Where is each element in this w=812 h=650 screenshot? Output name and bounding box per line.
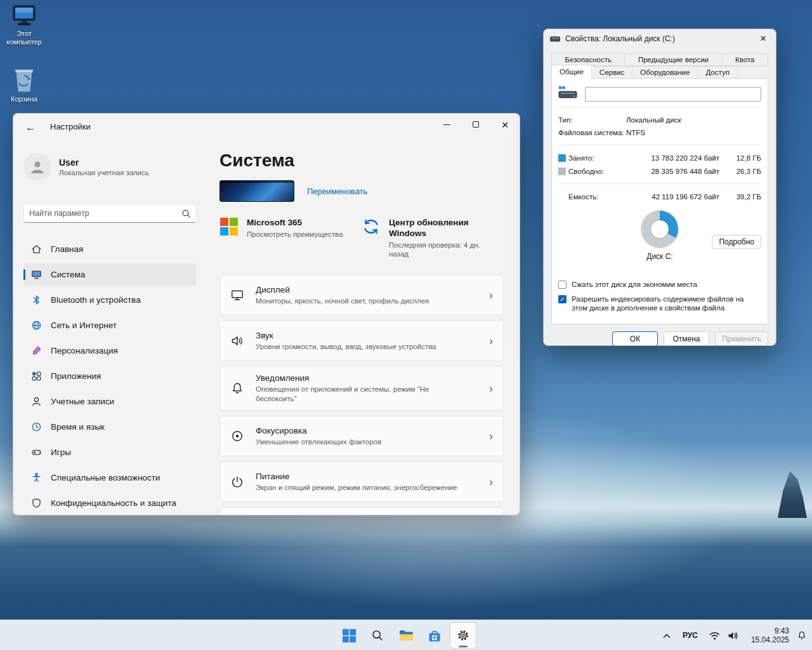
compress-checkbox-row[interactable]: Сжать этот диск для экономии места [558,280,761,289]
tray-chevron-up-icon[interactable] [662,632,671,639]
sidebar-item-bluetooth[interactable]: Bluetooth и устройства [23,289,197,311]
settings-item-title: Питание [256,472,478,481]
system-icon [31,269,42,280]
promo-title: Центр обновления Windows [389,217,484,239]
page-title: Система [219,150,504,171]
details-button[interactable]: Подробно [712,235,761,249]
sidebar-item-label: Главная [51,244,83,254]
checkbox-checked[interactable]: ✓ [558,295,566,303]
search-input[interactable] [29,209,181,218]
tab-tools[interactable]: Сервис [591,66,632,79]
apps-icon [31,371,42,381]
used-legend-swatch [558,154,566,162]
settings-item-focus[interactable]: Фокусировка Уменьшение отвлекающих факто… [219,416,504,456]
sidebar-item-time-language[interactable]: Время и язык [23,416,197,438]
close-button[interactable]: × [490,114,520,135]
sidebar-item-apps[interactable]: Приложения [23,365,197,387]
settings-items-list: Дисплей Мониторы, яркость, ночной свет, … [219,275,504,515]
tab-sharing[interactable]: Доступ [697,66,737,79]
windows-update-card[interactable]: Центр обновления Windows Последняя прове… [362,217,504,258]
apply-button[interactable]: Применить [715,331,768,346]
close-button[interactable]: × [750,30,776,48]
windows-logo-icon [343,629,356,642]
sidebar-item-network[interactable]: Сеть и Интернет [23,314,197,336]
file-explorer-button[interactable] [393,623,419,648]
dialog-title: Свойства: Локальный диск (C:) [565,34,675,43]
dialog-titlebar: Свойства: Локальный диск (C:) × [544,29,776,48]
close-icon: × [501,119,508,131]
settings-sidebar: User Локальная учетная запись Главная Си… [13,139,207,515]
accessibility-icon [31,472,42,483]
settings-search[interactable] [23,204,197,223]
drive-icon [550,35,560,43]
sidebar-item-label: Bluetooth и устройства [51,295,141,305]
volume-label-input[interactable] [585,87,761,102]
ok-button[interactable]: ОК [612,331,658,346]
search-icon [181,209,191,218]
settings-item-subtitle: Экран и спящий режим, режим питания, эне… [256,483,465,493]
sidebar-item-games[interactable]: Игры [23,441,197,463]
tab-security[interactable]: Безопасность [551,53,625,66]
tab-general[interactable]: Общие [551,65,592,79]
gamepad-icon [31,447,42,458]
settings-item-subtitle: Оповещения от приложений и системы, режи… [256,385,446,404]
back-button[interactable]: ← [20,117,41,138]
drive-icon [558,86,577,102]
sidebar-item-accessibility[interactable]: Специальные возможности [23,467,197,489]
promo-subtitle: Просмотреть преимущества [247,230,343,239]
close-icon: × [760,32,766,45]
notification-bell-icon[interactable] [797,630,807,640]
search-button[interactable] [365,623,390,648]
used-size: 12,8 ГБ [719,154,761,162]
settings-item-partial[interactable] [219,507,504,515]
sidebar-item-home[interactable]: Главная [23,238,197,260]
cancel-button[interactable]: Отмена [664,331,709,346]
desktop-icon-recycle-bin[interactable]: Корзина [1,65,47,103]
disk-label: Диск C: [558,252,761,261]
bluetooth-icon [31,295,42,305]
desktop-icon-this-pc[interactable]: Этот компьютер [1,5,47,46]
index-checkbox-row[interactable]: ✓ Разрешить индексировать содержимое фай… [558,295,761,312]
sidebar-item-privacy[interactable]: Конфиденциальность и защита [23,492,197,514]
maximize-button[interactable] [461,114,490,135]
network-icon[interactable] [709,631,720,640]
sidebar-item-label: Сеть и Интернет [51,321,117,330]
recycle-bin-icon [1,65,47,93]
minimize-button[interactable] [432,114,461,135]
device-thumbnail [219,180,294,202]
minimize-icon [443,124,450,125]
settings-item-sound[interactable]: Звук Уровни громкости, вывод, ввод, звук… [219,321,504,361]
settings-item-title: Фокусировка [256,426,478,435]
checkbox-unchecked[interactable] [558,281,566,289]
microsoft-365-card[interactable]: Microsoft 365 Просмотреть преимущества [219,217,362,258]
tray-time: 9:43 [751,627,789,635]
rename-link[interactable]: Переименовать [307,187,367,196]
settings-item-display[interactable]: Дисплей Мониторы, яркость, ночной свет, … [219,275,504,315]
sidebar-item-personalization[interactable]: Персонализация [23,340,197,362]
settings-item-power[interactable]: Питание Экран и спящий режим, режим пита… [219,461,504,502]
store-bag-icon [428,629,442,642]
microsoft-store-button[interactable] [422,623,447,648]
start-button[interactable] [336,623,362,648]
tab-hardware[interactable]: Оборудование [632,66,698,79]
desktop-icon-label: Этот компьютер [1,30,47,46]
type-label: Тип: [558,116,626,124]
language-indicator[interactable]: РУС [679,631,702,640]
sidebar-item-label: Система [51,270,85,279]
tab-quota[interactable]: Квота [722,53,768,66]
avatar [23,153,51,181]
clock[interactable]: 9:43 15.04.2025 [746,627,789,644]
tray-date: 15.04.2025 [751,635,789,644]
sidebar-item-accounts[interactable]: Учетные записи [23,390,197,413]
sidebar-item-system[interactable]: Система [23,263,197,286]
settings-button[interactable] [450,623,476,648]
user-name: User [59,157,149,168]
used-label: Занято: [568,154,645,162]
user-account[interactable]: User Локальная учетная запись [23,153,197,181]
volume-icon[interactable] [728,631,738,640]
settings-item-subtitle: Мониторы, яркость, ночной свет, профиль … [256,296,465,306]
settings-item-notifications[interactable]: Уведомления Оповещения от приложений и с… [219,366,504,411]
chevron-right-icon: › [489,382,493,395]
tab-previous-versions[interactable]: Предыдущие версии [624,53,722,66]
bell-icon [230,381,244,395]
